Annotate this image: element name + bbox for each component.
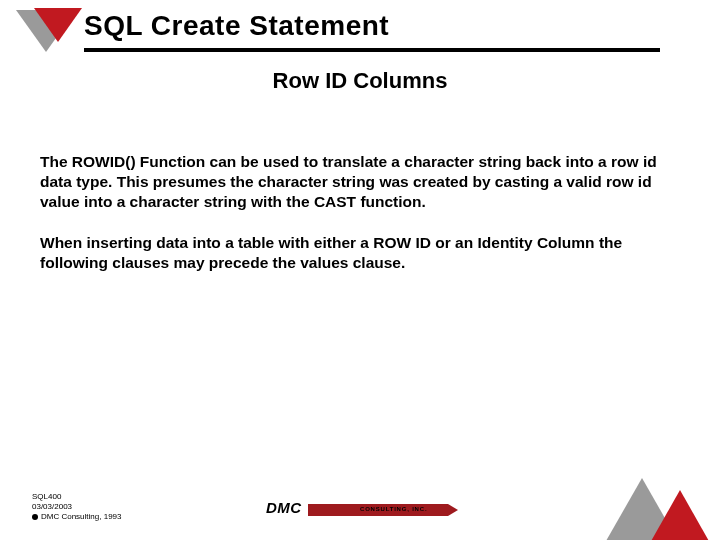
body-text: The ROWID() Function can be used to tran… (40, 152, 680, 295)
triangle-red-icon (34, 8, 82, 42)
title-underline (84, 48, 660, 52)
footer-code: SQL400 (32, 492, 61, 501)
logo-sub-text: CONSULTING, INC. (360, 506, 427, 512)
logo-main-text: DMC (266, 499, 302, 516)
page-title: SQL Create Statement (84, 10, 389, 42)
page-subtitle: Row ID Columns (0, 68, 720, 94)
triangle-red-icon (646, 490, 714, 540)
footer-meta: SQL400 03/03/2003 DMC Consulting, 1993 (32, 492, 121, 522)
paragraph-1: The ROWID() Function can be used to tran… (40, 152, 680, 211)
header-decoration (16, 8, 86, 66)
slide: SQL Create Statement Row ID Columns The … (0, 0, 720, 540)
footer-decoration (600, 460, 720, 540)
dmc-logo: DMC CONSULTING, INC. (262, 494, 462, 524)
footer-date: 03/03/2003 (32, 502, 121, 512)
copyright-icon (32, 514, 38, 520)
footer-copyright: DMC Consulting, 1993 (41, 512, 121, 521)
paragraph-2: When inserting data into a table with ei… (40, 233, 680, 273)
